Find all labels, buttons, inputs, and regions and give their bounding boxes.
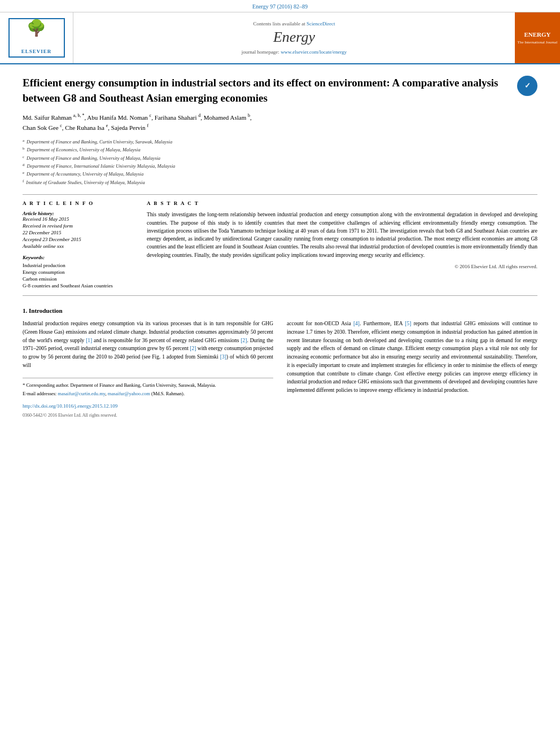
divider-1 [23,194,537,195]
elsevier-brand-text: ELSEVIER [21,49,52,54]
energy-logo-sub: The International Journal [518,40,558,45]
tree-icon: 🌳 [27,20,46,36]
science-direct-anchor[interactable]: ScienceDirect [307,21,335,27]
keyword-4: G-8 countries and Southeast Asian countr… [23,283,135,289]
ref-2b[interactable]: [2] [190,346,196,351]
section-title: Introduction [29,307,63,314]
history-label: Article history: [23,211,135,216]
article-info-abstract: A R T I C L E I N F O Article history: R… [23,200,537,290]
accepted-date: Accepted 23 December 2015 [23,237,135,242]
journal-info-center: Contents lists available at ScienceDirec… [73,12,515,63]
affiliations: aDepartment of Finance and Banking, Curt… [23,138,537,187]
journal-homepage: journal homepage: www.elsevier.com/locat… [242,49,347,55]
paper-title-section: Efficient energy consumption in industri… [23,76,537,106]
footnote-section: * Corresponding author. Department of Fi… [23,378,273,397]
copyright-line: © 2016 Elsevier Ltd. All rights reserved… [147,264,537,269]
body-two-col: Industrial production requires energy co… [23,320,537,419]
affil-a: aDepartment of Finance and Banking, Curt… [23,138,537,146]
abstract-text: This study investigates the long-term re… [147,211,537,259]
email-2[interactable]: masaifur@yahoo.com [108,391,150,396]
journal-title: Energy [273,29,315,46]
author-6: Che Ruhana Isa e [65,124,108,131]
keyword-1: Industrial production [23,263,135,268]
email-1[interactable]: masaifur@curtin.edu.my [58,391,105,396]
keywords-section: Keywords: Industrial production Energy c… [23,255,135,289]
ref-4[interactable]: [4] [353,321,360,326]
science-direct-link: Contents lists available at ScienceDirec… [253,21,335,27]
author-2: Abu Hanifa Md. Noman c [87,114,151,121]
email-note-author: (Md.S. Rahman). [151,391,185,396]
authors-line: Md. Saifur Rahman a, b, *, Abu Hanifa Md… [23,112,537,133]
journal-header: 🌳 ELSEVIER Contents lists available at S… [0,12,560,64]
article-info-col: A R T I C L E I N F O Article history: R… [23,200,135,290]
doi-link[interactable]: http://dx.doi.org/10.1016/j.energy.2015.… [23,403,117,409]
citation-bar: Energy 97 (2016) 82–89 [0,0,560,12]
affil-f: fInstitute of Graduate Studies, Universi… [23,178,537,186]
ref-3[interactable]: [3] [220,354,226,360]
main-content: Efficient energy consumption in industri… [0,64,560,430]
energy-logo: ENERGY The International Journal [515,12,560,63]
received-date: Received 16 May 2015 [23,216,135,222]
section-num: 1. [23,307,27,314]
available-online: Available online xxx [23,243,135,249]
energy-logo-title: ENERGY [524,31,550,38]
email-label: E-mail addresses: [23,391,58,396]
body-left-col: Industrial production requires energy co… [23,320,273,419]
received-revised-date: 22 December 2015 [23,230,135,235]
author-3: Farihana Shahari d [155,114,201,121]
doi-section: http://dx.doi.org/10.1016/j.energy.2015.… [23,402,273,419]
keyword-2: Energy consumption [23,269,135,275]
homepage-link[interactable]: www.elsevier.com/locate/energy [281,49,347,55]
keywords-label: Keywords: [23,255,135,260]
affil-d: dDepartment of Finance, International Is… [23,162,537,170]
elsevier-logo: 🌳 ELSEVIER [0,12,73,63]
divider-2 [23,295,537,296]
affil-e: eDepartment of Accountancy, University o… [23,170,537,178]
elsevier-logo-box: 🌳 ELSEVIER [8,18,65,58]
issn-line: 0360-5442/© 2016 Elsevier Ltd. All right… [23,412,273,419]
abstract-col: A B S T R A C T This study investigates … [147,200,537,290]
article-history: Article history: Received 16 May 2015 Re… [23,211,135,249]
article-info-heading: A R T I C L E I N F O [23,200,135,206]
corresponding-note: * Corresponding author. Department of Fi… [23,382,273,389]
ref-5[interactable]: [5] [405,321,411,326]
ref-1[interactable]: [1] [86,338,92,343]
received-revised-label: Received in revised form [23,223,135,229]
email-note: E-mail addresses: masaifur@curtin.edu.my… [23,390,273,397]
author-1: Md. Saifur Rahman a, b, * [23,114,84,121]
affil-c: cDepartment of Finance and Banking, Univ… [23,154,537,162]
citation-text: Energy 97 (2016) 82–89 [252,3,308,10]
paper-title: Efficient energy consumption in industri… [23,76,511,106]
intro-right-text: account for non-OECD Asia [4]. Furthermo… [287,320,537,394]
abstract-heading: A B S T R A C T [147,200,537,206]
introduction-section: 1. Introduction Industrial production re… [23,307,537,419]
author-5: Chan Sok Gee c [23,124,62,131]
author-4: Mohamed Aslam b [204,114,250,121]
section-heading: 1. Introduction [23,307,537,314]
author-7: Sajeda Pervin f [111,124,148,131]
keyword-3: Carbon emission [23,276,135,282]
affil-b: bDepartment of Economics, University of … [23,146,537,154]
crossmark-badge: ✓ [517,76,537,96]
crossmark-icon: ✓ [517,76,537,96]
intro-left-text: Industrial production requires energy co… [23,320,273,369]
body-right-col: account for non-OECD Asia [4]. Furthermo… [287,320,537,419]
ref-2[interactable]: [2] [240,338,247,343]
